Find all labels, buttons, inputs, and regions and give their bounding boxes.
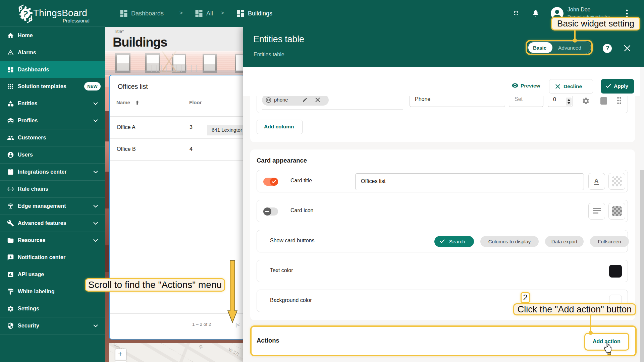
svg-text:A: A: [594, 178, 598, 184]
